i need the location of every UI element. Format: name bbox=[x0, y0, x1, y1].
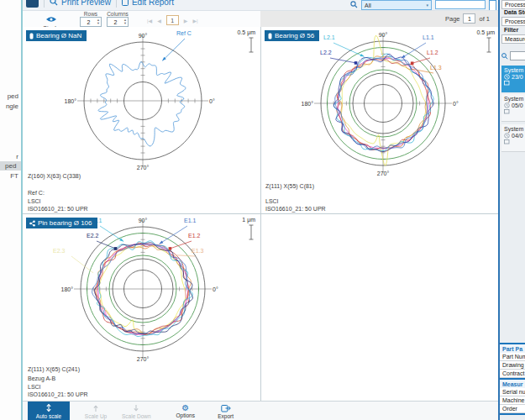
search-input[interactable] bbox=[435, 0, 486, 9]
chart-footer-line: ISO16610_21: 50 UPR bbox=[28, 206, 88, 212]
left-panel-item-selected[interactable]: ped bbox=[0, 161, 21, 171]
scale-up-button[interactable]: Scale Up bbox=[81, 402, 110, 420]
left-panel-item[interactable]: FT bbox=[10, 172, 18, 180]
chart-badge-label: Bearing Ø NaN bbox=[36, 32, 81, 39]
page-icon bbox=[504, 109, 510, 114]
page-label: Page bbox=[445, 15, 460, 23]
chart-badge[interactable]: Bearing Ø NaN bbox=[26, 30, 87, 41]
sidebar-field-value[interactable]: Process A bbox=[501, 17, 525, 26]
result-title: System o bbox=[504, 96, 525, 102]
svg-text:L1.3: L1.3 bbox=[430, 65, 442, 71]
scale-up-icon bbox=[92, 404, 100, 412]
clock-icon bbox=[504, 74, 510, 80]
chart-footer-line: LSCI bbox=[28, 198, 41, 204]
columns-input[interactable]: 2 ▲▼ bbox=[107, 17, 129, 27]
svg-text:L1.1: L1.1 bbox=[423, 34, 434, 40]
scale-label: 0.5 μm bbox=[237, 29, 255, 35]
right-sidebar: Process A Data Stor Process A Filter Mea… bbox=[498, 0, 525, 420]
svg-text:0°: 0° bbox=[453, 101, 459, 107]
measurement-result-card[interactable]: System o 04/0 bbox=[501, 124, 525, 152]
svg-text:180°: 180° bbox=[302, 101, 314, 107]
part-table-row[interactable]: Part Num bbox=[500, 353, 525, 361]
eye-icon bbox=[45, 16, 57, 23]
columns-label: Columns bbox=[107, 11, 129, 17]
auto-scale-icon bbox=[44, 403, 54, 412]
chart-badge[interactable]: Bearing Ø 56 bbox=[265, 30, 319, 41]
clipped-control[interactable] bbox=[489, 0, 496, 11]
page-icon bbox=[504, 81, 510, 86]
measurement-result-card-selected[interactable]: System o 23/0 bbox=[501, 66, 525, 92]
part-table-row[interactable]: Contract bbox=[500, 370, 525, 378]
print-preview-label: Print Preview bbox=[61, 0, 111, 7]
search-icon bbox=[350, 1, 358, 8]
svg-text:L2.2: L2.2 bbox=[320, 50, 332, 55]
export-icon bbox=[221, 404, 231, 412]
spinner-arrows-icon[interactable]: ▲▼ bbox=[123, 18, 128, 25]
chart-badge[interactable]: Pin bearing Ø 106 bbox=[26, 218, 97, 228]
options-label: Options bbox=[176, 412, 194, 418]
measurement-result-card[interactable]: System o 05/0 bbox=[501, 94, 525, 122]
edit-report-button[interactable]: Edit Report bbox=[122, 0, 174, 7]
sidebar-field-header: Data Stor bbox=[501, 8, 525, 16]
svg-text:180°: 180° bbox=[65, 98, 77, 104]
part-table-section-header: Part Pa bbox=[500, 343, 525, 353]
scale-down-button[interactable]: Scale Down bbox=[122, 402, 151, 420]
printer-icon[interactable] bbox=[26, 0, 39, 8]
chevron-down-icon: ▾ bbox=[426, 3, 428, 8]
chart-badge-label: Bearing Ø 56 bbox=[275, 32, 314, 39]
polar-plot: Ref C90°0°180°270° bbox=[23, 27, 260, 213]
options-button[interactable]: ⚙ Options bbox=[171, 402, 200, 420]
auto-scale-button[interactable]: Auto scale bbox=[28, 402, 70, 420]
scale-label: 1 μm bbox=[242, 217, 255, 223]
app-window: ped ngle r ped FT Print Preview Edit Rep… bbox=[0, 0, 525, 420]
spinner-arrows-icon[interactable]: ▲▼ bbox=[97, 18, 101, 25]
chart-panel-empty[interactable] bbox=[261, 214, 500, 401]
page-control: Page 1 of 1 bbox=[445, 13, 490, 24]
scale-down-icon bbox=[132, 404, 140, 412]
next-page-icon[interactable]: ▶ bbox=[184, 18, 188, 24]
svg-text:90°: 90° bbox=[379, 32, 388, 38]
first-page-icon[interactable]: |◀ bbox=[147, 18, 152, 24]
scale-label: 0.5 μm bbox=[476, 29, 495, 35]
result-date: 04/0 bbox=[512, 133, 523, 139]
svg-text:270°: 270° bbox=[137, 165, 150, 171]
document-icon bbox=[122, 0, 129, 6]
print-preview-button[interactable]: Print Preview bbox=[50, 0, 111, 7]
sidebar-search-input[interactable] bbox=[510, 51, 525, 60]
sidebar-field-value[interactable]: Measurem bbox=[501, 34, 525, 44]
part-table-end-border bbox=[500, 413, 525, 415]
clock-icon bbox=[504, 102, 510, 108]
chart-panel-pin-bearing-106[interactable]: Pin bearing Ø 106 1 μm Z(111) X(65) C(24… bbox=[23, 214, 260, 401]
left-panel-item[interactable]: ngle bbox=[6, 102, 18, 110]
part-table-row[interactable]: Serial nu bbox=[500, 388, 525, 396]
chart-footer-line: LSCI bbox=[265, 198, 279, 204]
result-date: 05/0 bbox=[512, 102, 523, 108]
svg-text:0°: 0° bbox=[213, 286, 218, 292]
last-page-icon[interactable]: ▶| bbox=[192, 18, 197, 24]
chart-panel-bearing-nan[interactable]: Bearing Ø NaN 0.5 μm Z(160) X(63) C(338)… bbox=[23, 27, 260, 213]
chart-footer-line: Z(111) X(65) C(241) bbox=[28, 366, 80, 372]
ribbon: Single Rows 2 ▲▼ Columns 2 ▲▼ |◀ ◀ 1 ▶ ▶… bbox=[23, 11, 498, 27]
search-scope-value: All bbox=[365, 3, 371, 8]
page-input[interactable]: 1 bbox=[463, 13, 475, 24]
search-scope-select[interactable]: All ▾ bbox=[361, 0, 432, 10]
prev-page-icon[interactable]: ◀ bbox=[157, 18, 161, 24]
pager-current[interactable]: 1 bbox=[166, 15, 179, 25]
export-button[interactable]: Export bbox=[212, 402, 240, 420]
part-table-row[interactable]: Order bbox=[500, 405, 525, 413]
part-table-row[interactable]: Machine bbox=[500, 396, 525, 405]
left-panel-item[interactable]: ped bbox=[8, 92, 18, 100]
export-label: Export bbox=[218, 413, 234, 419]
rows-input[interactable]: 2 ▲▼ bbox=[80, 17, 102, 27]
left-panel-strip: ped ngle r ped FT bbox=[0, 0, 23, 420]
svg-text:L1.2: L1.2 bbox=[427, 50, 438, 55]
part-table-row[interactable]: Drawing bbox=[500, 361, 525, 370]
chart-footer-line: ISO16610_21: 50 UPR bbox=[265, 206, 326, 212]
left-panel-item[interactable]: r bbox=[16, 153, 18, 160]
polar-plot: E2.1E2.2E1.1E1.2E1.3E2.390°0°180°270° bbox=[23, 214, 260, 401]
chart-footer-line: Z(111) X(55) C(81) bbox=[265, 183, 314, 189]
sidebar-search bbox=[501, 51, 525, 60]
chart-footer-line: Bezug A-B bbox=[28, 375, 55, 381]
result-title: System o bbox=[504, 67, 525, 73]
chart-panel-bearing-56[interactable]: Bearing Ø 56 0.5 μm Z(111) X(55) C(81) L… bbox=[261, 27, 500, 213]
